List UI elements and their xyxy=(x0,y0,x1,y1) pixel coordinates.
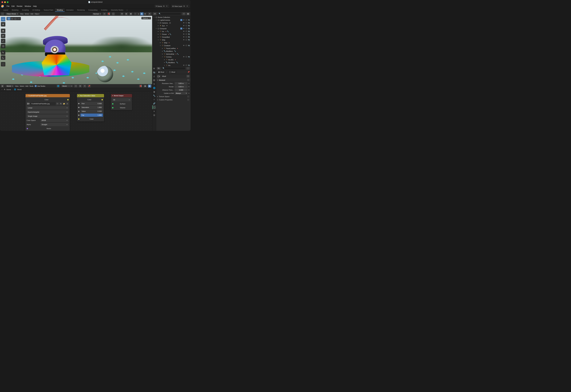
pin-icon[interactable]: 📌 xyxy=(87,85,91,87)
select-mode-lasso-icon[interactable]: 〰 xyxy=(17,17,20,20)
collapsed-panel[interactable]: Custom Properties┊┊ xyxy=(156,98,190,102)
hide-viewport-icon[interactable]: 👁 xyxy=(183,28,185,29)
disable-viewport-icon[interactable]: 🖵 xyxy=(185,28,187,29)
remove-scene-button[interactable]: ✕ xyxy=(166,5,168,7)
props-options-icon[interactable]: ⋮ xyxy=(186,67,190,70)
vp-menu-object[interactable]: Object xyxy=(35,13,39,15)
hsv-fac-socket[interactable] xyxy=(78,115,80,116)
menu-render[interactable]: Render xyxy=(17,5,22,7)
disclosure-icon[interactable]: ▸ xyxy=(164,59,165,60)
tab-modeling[interactable]: Modeling xyxy=(10,8,20,12)
ne-crumb-scene[interactable]: Scene xyxy=(6,89,11,90)
hide-viewport-icon[interactable]: 👁 xyxy=(183,64,185,66)
hide-render-icon[interactable]: 📷 xyxy=(188,30,190,32)
tree-row[interactable]: ▸▽AdmiralHat● 🔧 xyxy=(152,53,190,55)
crumb-object[interactable]: ▣ Mball xyxy=(157,71,165,73)
hide-render-icon[interactable]: 📷 xyxy=(188,64,190,66)
hide-viewport-icon[interactable]: 👁 xyxy=(183,30,185,32)
world-name-field[interactable]: World xyxy=(61,85,73,87)
hide-render-icon[interactable]: 📷 xyxy=(188,39,190,41)
tool-cursor[interactable]: ⊕ xyxy=(1,22,5,27)
tree-row[interactable]: ▸▽Ocean● 🔧👁🖵📷 xyxy=(152,33,190,36)
tool-transform[interactable]: ◫ xyxy=(1,44,5,48)
disclosure-icon[interactable]: ▿ xyxy=(153,16,155,18)
new-image-icon[interactable]: ⧉ xyxy=(59,102,62,105)
tree-row[interactable]: ▸▽FaceLowRes● xyxy=(152,47,190,50)
hsv-sat-socket[interactable] xyxy=(78,107,80,108)
ne-menu-view[interactable]: View xyxy=(15,85,19,87)
ne-menu-select[interactable]: Select xyxy=(20,85,24,87)
fake-user-icon[interactable]: 🛡 xyxy=(186,75,190,78)
disable-viewport-icon[interactable]: 🖵 xyxy=(185,64,187,66)
socket-dot-hsv-color-out[interactable] xyxy=(101,99,103,100)
tree-row[interactable]: ▸▽Ice● 🔧👁🖵📷 xyxy=(152,30,190,33)
close-icon[interactable] xyxy=(1,1,3,3)
hide-render-icon[interactable]: 📷 xyxy=(188,45,190,46)
snap-icon[interactable]: 🧲 xyxy=(107,12,111,15)
property-value[interactable]: 0.600 xyxy=(175,89,187,91)
disclosure-icon[interactable]: ▸ xyxy=(157,22,159,24)
hsv-val-socket[interactable] xyxy=(78,111,80,112)
socket-dot-color-out[interactable] xyxy=(67,99,69,100)
ptab-scene[interactable]: ⧉ xyxy=(152,82,156,86)
use-nodes-toggle[interactable]: ✓Use Nodes xyxy=(35,85,45,87)
open-image-icon[interactable]: 📁 xyxy=(63,102,65,105)
tool-scale[interactable]: ⤢ xyxy=(1,39,5,43)
disable-viewport-icon[interactable]: 🖵 xyxy=(185,19,187,21)
hide-viewport-icon[interactable]: 👁 xyxy=(183,22,185,24)
disable-viewport-icon[interactable]: 🖵 xyxy=(185,36,187,38)
exclude-checkbox[interactable]: ✓ xyxy=(180,28,182,29)
outliner-editor-icon[interactable]: ≡▾ xyxy=(153,12,157,15)
viewport-options[interactable]: Options xyxy=(142,17,151,19)
disclosure-icon[interactable]: ▸ xyxy=(159,42,161,43)
tab-shading[interactable]: Shading xyxy=(55,8,64,12)
tool-select[interactable]: ▭ xyxy=(1,17,5,21)
duplicate-world-icon[interactable]: ⧉ xyxy=(79,85,82,87)
disclosure-icon[interactable]: ▸ xyxy=(157,36,159,38)
hide-render-icon[interactable]: 📷 xyxy=(188,56,190,58)
hide-render-icon[interactable]: 📷 xyxy=(188,28,190,29)
property-value[interactable]: Always▾ xyxy=(175,92,187,95)
tree-row[interactable]: ▸▽Iris.001● xyxy=(152,58,190,61)
tool-add-cube[interactable]: ⬚ xyxy=(1,62,5,66)
tree-row[interactable]: ▿▽Creature👁🖵📷 xyxy=(152,44,190,47)
minimize-icon[interactable] xyxy=(4,1,6,3)
disclosure-icon[interactable]: ▿ xyxy=(162,56,163,58)
color-space-dropdown[interactable]: sRGB xyxy=(40,119,69,122)
tool-annotate[interactable]: ✎ xyxy=(1,50,5,55)
image-browse-icon[interactable]: 🖼▾ xyxy=(27,102,30,105)
tool-move[interactable]: ✥ xyxy=(1,29,5,33)
maximize-icon[interactable] xyxy=(7,1,9,3)
unlink-world-icon[interactable]: ✕ xyxy=(83,85,86,87)
ne-crumb-parent-icon[interactable]: ← xyxy=(1,89,3,90)
ptab-world[interactable]: 🌐 xyxy=(152,86,156,90)
disclosure-icon[interactable]: ▸ xyxy=(157,25,159,26)
orientation-dropdown[interactable]: Normal xyxy=(92,13,101,15)
hsv-hue-field[interactable]: Hue0.500 xyxy=(80,102,103,105)
tree-row[interactable]: ▿▽Iris👁🖵📷 xyxy=(152,64,190,66)
blender-logo-icon[interactable] xyxy=(1,5,4,8)
hide-viewport-icon[interactable]: 👁 xyxy=(183,36,185,38)
disclosure-icon[interactable]: ▸ xyxy=(164,62,165,63)
tree-row[interactable]: ▸🎥Camera🎥👁🖵📷 xyxy=(152,21,190,24)
tree-row[interactable]: ▿▽Cornea👁🖵📷 xyxy=(152,55,190,58)
tree-row[interactable]: ▿▽Ship👁🖵📷 xyxy=(152,38,190,41)
hsv-val-field[interactable]: Value0.200 xyxy=(80,110,103,113)
menu-window[interactable]: Window xyxy=(25,5,31,7)
ne-menu-node[interactable]: Node xyxy=(29,85,33,87)
tab-sculpting[interactable]: Sculpting xyxy=(20,8,30,12)
fake-user-icon[interactable]: 🛡 xyxy=(56,102,59,105)
projection-dropdown[interactable]: Equirectangular xyxy=(27,110,69,114)
tree-row[interactable]: ▿▢LightsCamera✓👁🖵📷 xyxy=(152,19,190,21)
disclosure-icon[interactable]: ▸ xyxy=(157,31,159,32)
hide-viewport-icon[interactable]: 👁 xyxy=(183,33,185,35)
xray-icon[interactable]: ▦ xyxy=(129,12,132,15)
scene-selector[interactable]: ⧉ Scene ⧉ ✕ xyxy=(155,5,169,8)
ptab-tool[interactable]: 🛠 xyxy=(152,67,156,71)
new-layer-button[interactable]: ⧉ xyxy=(183,5,185,7)
tree-row[interactable]: ▸☀Sun☀👁🖵📷 xyxy=(152,24,190,27)
exclude-checkbox[interactable]: ✓ xyxy=(180,19,182,21)
keyframe-dot[interactable] xyxy=(188,83,189,84)
disclosure-icon[interactable]: ▸ xyxy=(162,53,163,55)
vp-menu-view[interactable]: View xyxy=(20,13,24,15)
